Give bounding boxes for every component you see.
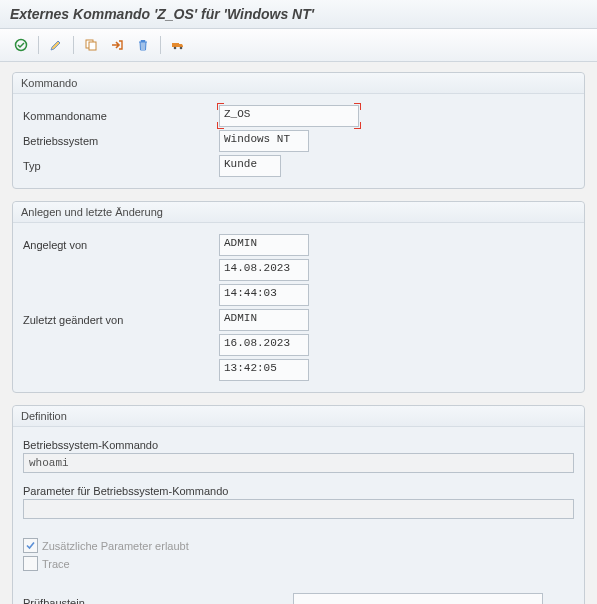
extra-params-checkbox[interactable] bbox=[23, 538, 38, 553]
changed-time-field: 13:42:05 bbox=[219, 359, 309, 381]
pruefbaustein-input[interactable] bbox=[293, 593, 543, 604]
toolbar-separator bbox=[160, 36, 161, 54]
created-by-field: ADMIN bbox=[219, 234, 309, 256]
changed-date-field: 16.08.2023 bbox=[219, 334, 309, 356]
changed-by-label: Zuletzt geändert von bbox=[23, 314, 219, 326]
truck-button[interactable] bbox=[167, 34, 189, 56]
command-name-label: Kommandoname bbox=[23, 110, 219, 122]
copy-button[interactable] bbox=[80, 34, 102, 56]
transport-button[interactable] bbox=[106, 34, 128, 56]
trace-label: Trace bbox=[42, 558, 70, 570]
delete-button[interactable] bbox=[132, 34, 154, 56]
os-command-input[interactable] bbox=[23, 453, 574, 473]
group-changes: Anlegen und letzte Änderung Angelegt von… bbox=[12, 201, 585, 393]
toolbar-separator bbox=[38, 36, 39, 54]
toolbar bbox=[0, 29, 597, 62]
type-label: Typ bbox=[23, 160, 219, 172]
type-field: Kunde bbox=[219, 155, 281, 177]
svg-point-4 bbox=[174, 47, 177, 50]
group-definition: Definition Betriebssystem-Kommando Param… bbox=[12, 405, 585, 604]
os-label: Betriebssystem bbox=[23, 135, 219, 147]
svg-rect-3 bbox=[172, 43, 179, 47]
group-command: Kommando Kommandoname Z_OS Betriebssyste… bbox=[12, 72, 585, 189]
os-field: Windows NT bbox=[219, 130, 309, 152]
command-name-field[interactable]: Z_OS bbox=[219, 105, 359, 127]
created-by-label: Angelegt von bbox=[23, 239, 219, 251]
created-date-field: 14.08.2023 bbox=[219, 259, 309, 281]
group-definition-legend: Definition bbox=[13, 406, 584, 427]
group-changes-legend: Anlegen und letzte Änderung bbox=[13, 202, 584, 223]
group-command-legend: Kommando bbox=[13, 73, 584, 94]
param-label: Parameter für Betriebssystem-Kommando bbox=[23, 485, 574, 497]
svg-rect-2 bbox=[89, 42, 96, 50]
created-time-field: 14:44:03 bbox=[219, 284, 309, 306]
pruefbaustein-label: Prüfbaustein bbox=[23, 597, 293, 604]
svg-point-5 bbox=[180, 47, 183, 50]
page-title: Externes Kommando 'Z_OS' für 'Windows NT… bbox=[0, 0, 597, 29]
changed-by-field: ADMIN bbox=[219, 309, 309, 331]
extra-params-label: Zusätzliche Parameter erlaubt bbox=[42, 540, 189, 552]
os-command-label: Betriebssystem-Kommando bbox=[23, 439, 574, 451]
param-input[interactable] bbox=[23, 499, 574, 519]
edit-button[interactable] bbox=[45, 34, 67, 56]
toolbar-separator bbox=[73, 36, 74, 54]
execute-button[interactable] bbox=[10, 34, 32, 56]
trace-checkbox[interactable] bbox=[23, 556, 38, 571]
